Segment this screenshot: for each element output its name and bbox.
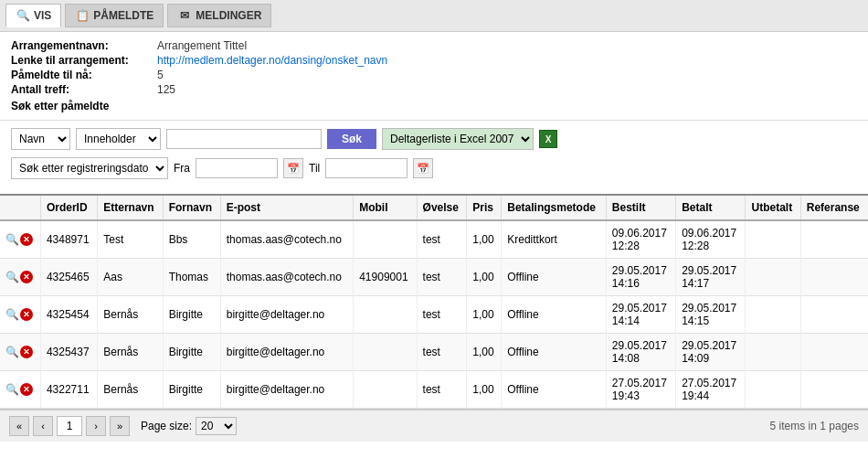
cell-ovelse: test	[417, 296, 467, 334]
pagination-last-button[interactable]: »	[110, 416, 130, 436]
cell-order-id: 4348971	[40, 220, 97, 259]
row-delete-icon[interactable]: ✕	[20, 383, 33, 396]
row-actions: 🔍 ✕	[5, 271, 35, 283]
fra-label: Fra	[174, 162, 190, 175]
date-til-input[interactable]	[325, 158, 408, 178]
col-mobil: Mobil	[354, 196, 417, 220]
row-search-icon[interactable]: 🔍	[5, 233, 18, 246]
row-delete-icon[interactable]: ✕	[20, 233, 33, 246]
search-bar: Navn E-post Mobil Inneholder Er lik Star…	[0, 121, 868, 154]
row-search-icon[interactable]: 🔍	[5, 346, 18, 358]
tab-meldinger-label: MELDINGER	[196, 9, 261, 22]
row-search-icon[interactable]: 🔍	[5, 308, 18, 321]
cell-bestilt: 27.05.2017 19:43	[606, 371, 675, 409]
cell-etternavn: Test	[98, 220, 163, 259]
search-condition-select[interactable]: Inneholder Er lik Starter med	[76, 128, 161, 150]
pagination-next-button[interactable]: ›	[86, 416, 106, 436]
row-delete-icon[interactable]: ✕	[20, 308, 33, 321]
search-field-select[interactable]: Navn E-post Mobil	[11, 128, 70, 150]
excel-export-icon[interactable]: X	[539, 130, 557, 148]
cell-mobil	[354, 296, 417, 334]
cell-bestilt: 09.06.2017 12:28	[606, 220, 675, 259]
date-search-bar: Søk etter registreringsdato Fra 📅 Til 📅	[0, 154, 868, 187]
antall-value: 125	[157, 83, 175, 96]
search-button[interactable]: Søk	[327, 129, 376, 149]
pagination-first-button[interactable]: «	[9, 416, 29, 436]
row-actions-cell: 🔍 ✕	[0, 334, 40, 371]
tab-vis-label: VIS	[34, 9, 51, 22]
cell-ovelse: test	[417, 334, 467, 371]
cell-referanse	[800, 220, 868, 259]
col-epost: E-post	[220, 196, 353, 220]
tab-pameldte[interactable]: 📋 PÅMELDTE	[65, 4, 164, 27]
pagination-bar: « ‹ › » Page size: 20 50 100 5 items in …	[0, 410, 868, 442]
cell-utbetalt	[746, 371, 800, 409]
cell-referanse	[800, 371, 868, 409]
cell-referanse	[800, 296, 868, 334]
row-actions: 🔍 ✕	[5, 308, 35, 321]
lenke-link[interactable]: http://medlem.deltager.no/dansing/onsket…	[157, 54, 387, 67]
cell-betalt: 29.05.2017 14:09	[676, 334, 746, 371]
cell-betalt: 29.05.2017 14:17	[676, 259, 746, 296]
pameldte-value: 5	[157, 69, 164, 81]
cell-mobil	[354, 334, 417, 371]
tab-pameldte-label: PÅMELDTE	[93, 9, 153, 22]
row-actions-cell: 🔍 ✕	[0, 220, 40, 259]
pagination-current-page-input[interactable]	[57, 416, 82, 436]
cell-ovelse: test	[417, 259, 467, 296]
cell-betalingsmetode: Kredittkort	[502, 220, 607, 259]
cell-referanse	[800, 334, 868, 371]
cell-mobil	[354, 220, 417, 259]
table-row: 🔍 ✕ 4325465AasThomasthomas.aas@cotech.no…	[0, 259, 868, 296]
col-actions	[0, 196, 40, 220]
arrangement-value: Arrangement Tittel	[157, 39, 247, 52]
tab-vis[interactable]: 🔍 VIS	[5, 4, 61, 27]
cell-pris: 1,00	[467, 296, 502, 334]
arrangement-label: Arrangementnavn:	[11, 39, 157, 52]
info-section: Arrangementnavn: Arrangement Tittel Lenk…	[0, 32, 868, 121]
date-fra-input[interactable]	[196, 158, 278, 178]
lenke-label: Lenke til arrangement:	[11, 54, 157, 67]
cell-betalingsmetode: Offline	[502, 334, 607, 371]
calendar-fra-icon[interactable]: 📅	[283, 158, 303, 178]
sok-pameldte-label: Søk etter påmeldte	[11, 100, 857, 112]
pagination-prev-button[interactable]: ‹	[33, 416, 53, 436]
cell-bestilt: 29.05.2017 14:16	[606, 259, 675, 296]
col-referanse: Referanse	[800, 196, 868, 220]
cell-ovelse: test	[417, 371, 467, 409]
tab-meldinger[interactable]: ✉ MELDINGER	[167, 4, 271, 27]
page-size-label: Page size:	[141, 420, 192, 432]
cell-betalingsmetode: Offline	[502, 296, 607, 334]
row-delete-icon[interactable]: ✕	[20, 346, 33, 358]
row-search-icon[interactable]: 🔍	[5, 271, 18, 283]
col-fornavn: Fornavn	[163, 196, 220, 220]
col-betalingsmetode: Betalingsmetode	[502, 196, 607, 220]
row-delete-icon[interactable]: ✕	[20, 271, 33, 283]
cell-betalt: 27.05.2017 19:44	[676, 371, 746, 409]
cell-etternavn: Bernås	[98, 371, 163, 409]
cell-etternavn: Aas	[98, 259, 163, 296]
registrations-table: OrderID Etternavn Fornavn E-post Mobil Ø…	[0, 196, 868, 409]
cell-betalingsmetode: Offline	[502, 259, 607, 296]
cell-bestilt: 29.05.2017 14:08	[606, 334, 675, 371]
search-value-input[interactable]	[166, 129, 322, 149]
date-field-select[interactable]: Søk etter registreringsdato	[11, 157, 168, 179]
table-row: 🔍 ✕ 4325454BernåsBirgittebirgitte@deltag…	[0, 296, 868, 334]
mail-icon: ✉	[177, 8, 192, 23]
cell-fornavn: Thomas	[163, 259, 220, 296]
row-search-icon[interactable]: 🔍	[5, 383, 18, 396]
cell-fornavn: Birgitte	[163, 296, 220, 334]
search-icon: 🔍	[16, 8, 30, 23]
cell-betalt: 29.05.2017 14:15	[676, 296, 746, 334]
cell-referanse	[800, 259, 868, 296]
col-etternavn: Etternavn	[98, 196, 163, 220]
cell-order-id: 4325437	[40, 334, 97, 371]
cell-epost: birgitte@deltager.no	[220, 296, 353, 334]
page-size-select[interactable]: 20 50 100	[196, 417, 237, 435]
pameldte-label: Påmeldte til nå:	[11, 69, 157, 81]
til-label: Til	[309, 162, 320, 175]
cell-order-id: 4322711	[40, 371, 97, 409]
calendar-til-icon[interactable]: 📅	[413, 158, 433, 178]
excel-export-select[interactable]: Deltagerliste i Excel 2007	[382, 128, 534, 150]
cell-mobil: 41909001	[354, 259, 417, 296]
